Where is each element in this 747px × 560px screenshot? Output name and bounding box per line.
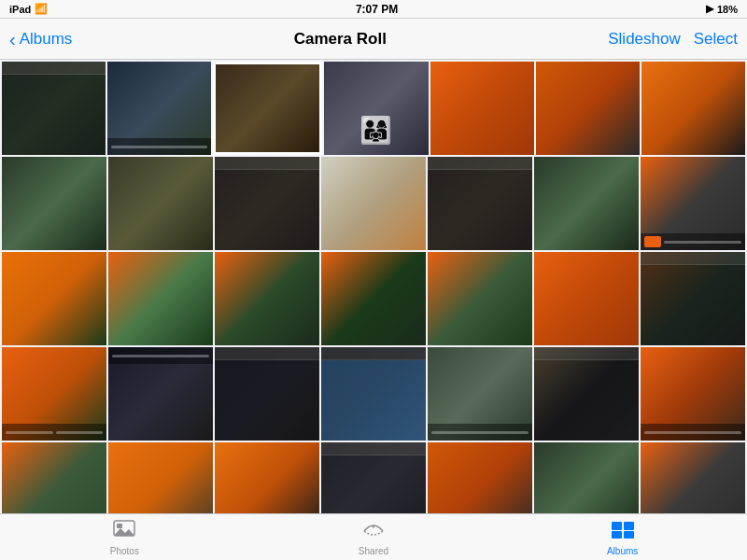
status-time: 7:07 PM — [356, 3, 398, 16]
albums-tab-icon — [612, 518, 634, 544]
tab-photos[interactable]: Photos — [96, 518, 152, 556]
photo-thumb[interactable] — [108, 252, 213, 345]
photo-thumb[interactable] — [2, 252, 106, 345]
grid-row — [2, 157, 745, 250]
photo-thumb[interactable] — [107, 62, 211, 155]
wifi-icon: 📶 — [35, 3, 48, 15]
grid-row — [2, 252, 745, 345]
shared-tab-icon — [360, 518, 387, 544]
tab-bar: Photos Shared Albums — [0, 513, 747, 560]
tab-shared[interactable]: Shared — [345, 518, 402, 556]
nav-actions: Slideshow Select — [608, 30, 738, 49]
photo-thumb[interactable] — [321, 442, 426, 513]
photo-thumb[interactable] — [108, 157, 213, 250]
photo-thumb[interactable]: 👨‍👩‍👧 — [324, 62, 428, 155]
back-label: Albums — [20, 30, 73, 49]
grid-row — [2, 442, 745, 513]
slideshow-button[interactable]: Slideshow — [608, 30, 681, 49]
shared-tab-label: Shared — [359, 546, 388, 556]
status-right: ▶ 18% — [706, 3, 738, 15]
photo-thumb[interactable] — [321, 252, 426, 345]
tab-albums[interactable]: Albums — [595, 518, 651, 556]
photo-thumb[interactable] — [215, 442, 319, 513]
back-button[interactable]: ‹ Albums — [9, 30, 72, 49]
battery-arrow-icon: ▶ — [706, 3, 713, 15]
photos-tab-label: Photos — [110, 546, 139, 556]
photo-thumb[interactable] — [428, 157, 532, 250]
grid-row: 👨‍👩‍👧 — [2, 62, 745, 155]
select-button[interactable]: Select — [694, 30, 738, 49]
svg-point-3 — [372, 525, 374, 528]
photo-thumb[interactable] — [215, 252, 319, 345]
photo-thumb[interactable] — [2, 62, 106, 155]
photo-thumb[interactable] — [641, 347, 745, 441]
photo-thumb[interactable] — [534, 157, 639, 250]
photo-thumb[interactable] — [534, 442, 639, 513]
photo-thumb[interactable] — [534, 347, 639, 441]
back-chevron-icon: ‹ — [9, 30, 16, 49]
photo-thumb[interactable] — [2, 157, 106, 250]
svg-rect-4 — [612, 522, 622, 530]
status-bar: iPad 📶 7:07 PM ▶ 18% — [0, 0, 747, 19]
svg-rect-1 — [117, 524, 122, 528]
svg-rect-6 — [612, 531, 622, 539]
albums-tab-label: Albums — [607, 546, 638, 556]
photo-grid: 👨‍👩‍👧 — [0, 60, 747, 513]
svg-rect-5 — [624, 522, 634, 530]
photo-thumb[interactable] — [534, 252, 639, 345]
photo-thumb[interactable] — [641, 252, 745, 345]
photo-thumb[interactable] — [321, 347, 426, 441]
photo-thumb[interactable] — [430, 62, 534, 155]
photo-thumb[interactable] — [108, 442, 213, 513]
photo-thumb[interactable] — [428, 442, 532, 513]
photo-thumb[interactable] — [428, 252, 532, 345]
svg-rect-7 — [624, 531, 634, 539]
photo-thumb[interactable] — [641, 442, 745, 513]
svg-marker-2 — [114, 528, 134, 536]
photo-thumb[interactable] — [215, 157, 319, 250]
photo-thumb[interactable] — [108, 347, 213, 441]
photo-thumb[interactable] — [641, 157, 745, 250]
photo-thumb[interactable] — [321, 157, 426, 250]
photo-thumb[interactable] — [2, 347, 106, 441]
battery-label: 18% — [717, 4, 738, 15]
grid-row — [2, 347, 745, 441]
status-left: iPad 📶 — [9, 3, 48, 15]
nav-title: Camera Roll — [294, 30, 387, 49]
nav-bar: ‹ Albums Camera Roll Slideshow Select — [0, 19, 747, 60]
photos-tab-icon — [113, 518, 135, 544]
photo-thumb[interactable] — [641, 62, 745, 155]
photo-thumb[interactable] — [215, 347, 319, 441]
photo-thumb[interactable] — [213, 62, 322, 155]
photo-thumb[interactable] — [428, 347, 532, 441]
carrier-label: iPad — [9, 4, 31, 15]
photo-thumb[interactable] — [536, 62, 640, 155]
photo-thumb[interactable] — [2, 442, 106, 513]
